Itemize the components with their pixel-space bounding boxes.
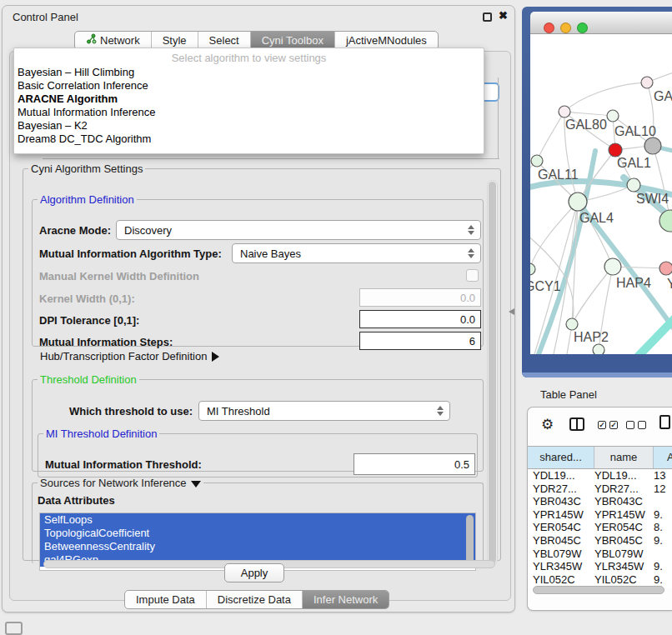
apply-button[interactable]: Apply [224,563,284,582]
tab-style[interactable]: Style [151,32,198,49]
tab-impute-data[interactable]: Impute Data [125,591,206,608]
manual-kernel-checkbox[interactable] [466,269,479,282]
network-node[interactable] [627,178,640,192]
network-window-titlebar[interactable] [530,12,672,34]
algorithm-definition-group: Algorithm Definition Aracne Mode: Discov… [32,193,484,347]
column-header-shared-name[interactable]: shared... [528,447,594,468]
table-cell[interactable]: YPR145W [528,508,589,522]
table-row[interactable]: YDL19...YDL19...13 [528,469,672,482]
dpi-tolerance-field[interactable]: 0.0 [359,310,481,328]
tab-infer-network[interactable]: Infer Network [302,591,389,608]
algorithm-option[interactable]: Dream8 DC_TDC Algorithm [14,132,484,146]
table-cell[interactable]: YDR27... [528,482,589,496]
tab-network[interactable]: Network [75,32,151,49]
minimize-traffic-light[interactable] [560,22,571,33]
table-cell[interactable]: YBR043C [589,495,649,508]
table-row[interactable]: YIL052CYIL052C9. [528,573,672,587]
table-cell[interactable]: YIL052C [528,573,589,587]
minimized-panel-icon[interactable] [5,622,23,635]
select-all-icon[interactable]: ✓ [598,421,606,429]
scrollbar-thumb[interactable] [489,182,496,563]
table-cell[interactable]: YIL052C [589,573,649,587]
table-cell[interactable]: YLR345W [589,560,649,573]
tab-discretize-data[interactable]: Discretize Data [206,591,302,608]
network-canvas[interactable]: GALGAL80GAL10GAL1GAL11SWI4GAL4GCY1HAP4YH… [530,34,672,354]
table-row[interactable]: YLR345WYLR345W9. [528,560,672,573]
table-cell[interactable]: 9. [649,508,668,522]
table-row[interactable]: YPR145WYPR145W9. [528,508,672,522]
table-hscrollbar[interactable] [533,586,664,594]
table-cell[interactable]: YLR345W [528,560,589,573]
table-cell[interactable]: 12 [649,482,668,496]
algorithm-option[interactable]: Basic Correlation Inference [14,79,484,92]
network-node[interactable] [531,155,543,167]
table-row[interactable]: YBR045CYBR045C9. [528,534,672,548]
network-node[interactable] [559,106,570,118]
table-row[interactable]: YBR043CYBR043C [528,495,672,508]
tab-jactivemnodules[interactable]: jActiveMNodules [334,32,438,49]
table-cell[interactable] [649,495,668,508]
which-threshold-select[interactable]: MI Threshold [198,401,450,421]
table-cell[interactable]: 13 [649,469,668,482]
network-node[interactable] [641,77,653,88]
aracne-mode-select[interactable]: Discovery [116,220,481,240]
algorithm-option[interactable]: Bayesian – K2 [14,119,484,132]
table-cell[interactable]: 9. [649,534,668,548]
table-cell[interactable] [649,548,668,561]
float-window-icon[interactable] [483,12,492,22]
network-node[interactable] [530,263,535,275]
table-cell[interactable]: YBR045C [528,534,589,548]
column-header-partial[interactable]: A [654,447,672,468]
table-cell[interactable]: YBL079W [589,548,649,561]
mi-type-select[interactable]: Naive Bayes [232,243,481,263]
network-node[interactable] [566,318,578,330]
table-cell[interactable]: YER054C [528,521,589,534]
close-traffic-light[interactable] [544,22,554,33]
attribute-item[interactable]: BetweennessCentrality [40,540,475,553]
algorithm-option[interactable]: Bayesian – Hill Climbing [14,66,484,79]
table-row[interactable]: YER054CYER054C8. [528,521,672,534]
table-cell[interactable]: YBL079W [528,548,589,561]
column-header-name[interactable]: name [594,447,654,468]
network-node[interactable] [644,138,661,154]
table-cell[interactable]: YBR043C [528,495,589,508]
network-node[interactable] [604,258,621,275]
sources-toggle[interactable]: Sources for Network Inference [38,477,203,489]
list-scrollbar[interactable] [466,515,474,567]
table-cell[interactable]: YDL19... [589,469,649,482]
mi-steps-field[interactable]: 6 [359,332,481,350]
hub-definition-toggle[interactable]: Hub/Transcription Factor Definition [40,350,219,362]
table-cell[interactable]: 8. [649,521,668,534]
network-node[interactable] [569,192,587,211]
select-all-icon[interactable]: ✓ [609,421,618,429]
close-icon[interactable]: ✖ [499,9,508,22]
attribute-item[interactable]: SelfLoops [40,513,475,527]
table-cell[interactable]: YDR27... [589,482,649,496]
table-cell[interactable]: 9. [649,560,668,573]
kernel-width-field[interactable]: 0.0 [359,288,481,307]
settings-scrollbar[interactable] [487,180,498,565]
deselect-all-icon[interactable] [626,421,634,429]
zoom-traffic-light[interactable] [577,22,588,33]
gear-icon[interactable]: ⚙ [541,416,554,433]
network-node[interactable] [607,110,619,122]
algorithm-option[interactable]: Mutual Information Inference [14,106,484,119]
table-cell[interactable]: YDL19... [528,469,589,482]
table-cell[interactable]: YPR145W [589,508,649,522]
algorithm-option-selected[interactable]: ARACNE Algorithm [14,92,484,106]
columns-icon[interactable] [569,418,584,431]
deselect-all-icon[interactable] [638,421,646,429]
table-row[interactable]: YBL079WYBL079W [528,548,672,561]
tab-select[interactable]: Select [198,32,250,49]
network-node[interactable] [659,262,672,275]
mi-threshold-field[interactable]: 0.5 [354,453,475,475]
table-cell[interactable]: YBR045C [589,534,649,548]
network-node[interactable] [609,143,622,157]
export-table-icon[interactable] [659,415,670,429]
table-row[interactable]: YDR27...YDR27...12 [528,482,672,496]
attribute-item[interactable]: TopologicalCoefficient [40,527,475,540]
network-node[interactable] [593,344,604,354]
table-cell[interactable]: YER054C [589,521,649,534]
table-cell[interactable]: 9. [649,573,668,587]
tab-cyni-toolbox[interactable]: Cyni Toolbox [250,32,334,49]
